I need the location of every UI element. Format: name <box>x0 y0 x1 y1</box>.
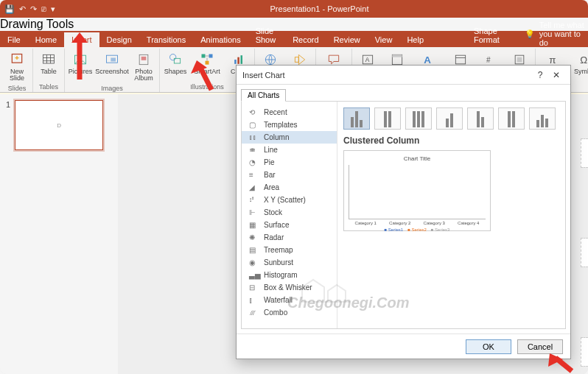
chart-type-x-y-scatter-[interactable]: ⠞X Y (Scatter) <box>242 194 337 206</box>
chart-type-bar[interactable]: ≡Bar <box>242 169 337 181</box>
svg-rect-5 <box>111 58 116 62</box>
subtab-all-charts[interactable]: All Charts <box>241 89 286 102</box>
tab-insert[interactable]: Insert <box>64 32 99 47</box>
photo-album-icon <box>136 52 152 68</box>
symbol-button[interactable]: ΩSymbol <box>573 50 588 90</box>
shapes-button[interactable]: Shapes <box>163 50 188 82</box>
smartart-button[interactable]: SmartArt <box>192 50 222 82</box>
slide-number: 1 <box>6 100 10 150</box>
tab-help[interactable]: Help <box>399 32 431 47</box>
chart-type-radar[interactable]: ✺Radar <box>242 231 337 244</box>
cancel-button[interactable]: Cancel <box>517 339 563 354</box>
dialog-button-row: OK Cancel <box>237 334 570 359</box>
table-button[interactable]: Table <box>36 50 61 82</box>
screenshot-icon <box>104 52 120 68</box>
chart-preview[interactable]: Chart Title Category 1Category 2Category… <box>343 150 491 231</box>
start-from-beginning-icon[interactable]: ⎚ <box>41 4 46 14</box>
chart-preview-title: Chart Title <box>349 155 486 162</box>
subtype-3d-100-stacked[interactable] <box>498 107 525 130</box>
screenshot-button[interactable]: Screenshot <box>97 50 127 84</box>
chart-type-sunburst[interactable]: ◉Sunburst <box>242 256 337 269</box>
chart-type-stock[interactable]: ⊩Stock <box>242 206 337 219</box>
chart-type-treemap[interactable]: ▤Treemap <box>242 244 337 256</box>
svg-rect-14 <box>237 57 239 64</box>
window-title: Presentation1 - PowerPoint <box>55 4 584 13</box>
chart-type-icon: ▢ <box>249 121 259 129</box>
pictures-button[interactable]: Pictures <box>68 50 93 84</box>
save-icon[interactable]: 💾 <box>4 4 15 14</box>
picture-icon <box>72 52 88 68</box>
group-slides: New Slide Slides <box>1 49 33 92</box>
tab-animations[interactable]: Animations <box>193 32 248 47</box>
svg-text:π: π <box>549 54 556 66</box>
svg-rect-23 <box>455 55 465 64</box>
chart-type-icon: ⫿ <box>249 296 259 304</box>
chart-type-line[interactable]: ⩨Line <box>242 144 337 156</box>
chart-type-icon: ⊟ <box>249 283 259 292</box>
chart-type-icon: ✺ <box>249 233 259 241</box>
slide-edge-placeholder <box>581 138 588 168</box>
svg-text:A: A <box>424 54 431 66</box>
redo-icon[interactable]: ↷ <box>30 4 37 14</box>
subtype-name: Clustered Column <box>343 135 559 146</box>
watermark-text: Chegoonegi.Com <box>287 294 410 311</box>
chart-legend: Series1 Series2 Series3 <box>349 227 486 232</box>
undo-icon[interactable]: ↶ <box>19 4 26 14</box>
tab-record[interactable]: Record <box>285 32 326 47</box>
titlebar: 💾 ↶ ↷ ⎚ ▾ Presentation1 - PowerPoint <box>0 0 588 18</box>
chart-type-surface[interactable]: ▦Surface <box>242 219 337 231</box>
tab-slide-show[interactable]: Slide Show <box>248 24 286 47</box>
subtype-3d-clustered-column[interactable] <box>436 107 463 130</box>
chart-type-templates[interactable]: ▢Templates <box>242 119 337 131</box>
photo-album-button[interactable]: Photo Album <box>131 50 156 84</box>
subtype-clustered-column[interactable] <box>343 107 370 130</box>
chart-type-recent[interactable]: ⟲Recent <box>242 106 337 119</box>
tab-shape-format[interactable]: Shape Format <box>466 24 510 47</box>
svg-rect-21 <box>392 54 402 57</box>
ribbon-tabs: File Home Insert Design Transitions Anim… <box>0 31 588 47</box>
chart-type-column[interactable]: ⫾⫾Column <box>242 131 337 144</box>
tell-me-search[interactable]: 💡 Tell me what you want to do <box>525 21 588 47</box>
subtype-100-stacked-column[interactable] <box>405 107 432 130</box>
tab-review[interactable]: Review <box>326 32 368 47</box>
subtype-stacked-column[interactable] <box>374 107 401 130</box>
tab-view[interactable]: View <box>368 32 400 47</box>
tab-file[interactable]: File <box>0 32 28 47</box>
svg-rect-13 <box>234 60 237 64</box>
chart-type-icon: ⫻ <box>249 308 259 317</box>
subtype-3d-column[interactable] <box>529 107 556 130</box>
svg-text:Ω: Ω <box>580 54 587 66</box>
svg-rect-10 <box>202 54 206 58</box>
tab-home[interactable]: Home <box>28 32 64 47</box>
dialog-titlebar[interactable]: Insert Chart ? ✕ <box>237 66 570 85</box>
new-slide-button[interactable]: New Slide <box>4 50 29 84</box>
ok-button[interactable]: OK <box>466 339 511 354</box>
dialog-close-button[interactable]: ✕ <box>548 70 564 80</box>
tab-design[interactable]: Design <box>99 32 139 47</box>
slide-thumbnail[interactable]: 1 D <box>6 100 112 150</box>
dialog-help-button[interactable]: ? <box>532 70 548 80</box>
symbol-icon: Ω <box>577 52 588 68</box>
chart-category-labels: Category 1Category 2Category 3Category 4 <box>349 221 486 225</box>
subtype-row <box>343 107 559 130</box>
tab-transitions[interactable]: Transitions <box>139 32 193 47</box>
shapes-icon <box>167 52 183 68</box>
chart-type-icon: ≡ <box>249 171 259 179</box>
svg-rect-12 <box>206 61 209 65</box>
chart-type-icon: ▤ <box>249 246 259 254</box>
slide-thumbnail-preview[interactable]: D <box>15 100 103 150</box>
slide-thumbnail-pane[interactable]: 1 D <box>0 94 118 374</box>
svg-rect-15 <box>241 55 243 64</box>
svg-rect-1 <box>43 54 55 63</box>
chart-type-icon: ⠞ <box>249 196 259 204</box>
chart-type-icon: ▃▅ <box>249 271 259 279</box>
chart-preview-plot <box>349 165 486 219</box>
chart-type-pie[interactable]: ◔Pie <box>242 156 337 169</box>
subtype-3d-stacked-column[interactable] <box>467 107 494 130</box>
insert-chart-dialog: Insert Chart ? ✕ All Charts ⟲Recent▢Temp… <box>236 65 571 359</box>
svg-rect-11 <box>209 54 213 58</box>
svg-rect-26 <box>517 57 522 63</box>
svg-text:#: # <box>486 56 491 64</box>
table-icon <box>41 52 57 68</box>
chart-type-area[interactable]: ◢Area <box>242 181 337 194</box>
